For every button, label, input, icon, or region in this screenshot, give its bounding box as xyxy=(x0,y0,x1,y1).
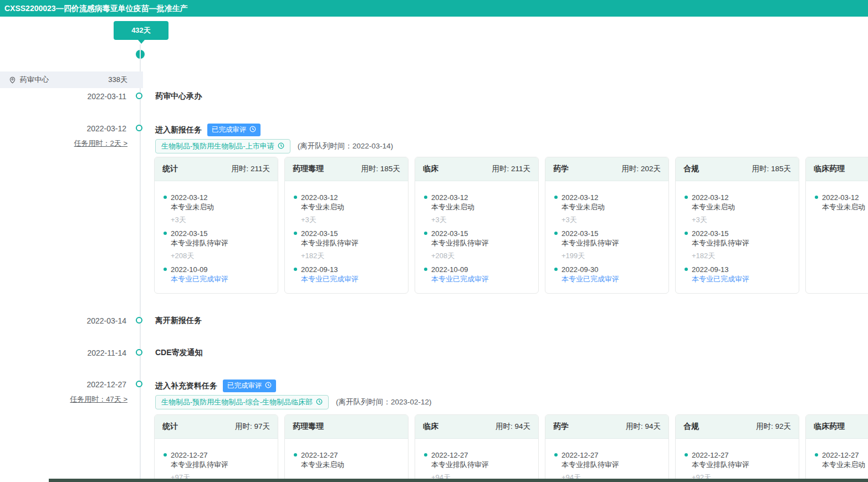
event-title: CDE寄发通知 xyxy=(155,348,203,358)
bullet-icon xyxy=(554,196,558,199)
bullet-icon xyxy=(685,453,688,457)
bullet-icon xyxy=(294,196,297,199)
bullet-icon xyxy=(685,232,688,235)
item-status[interactable]: 本专业已完成审评 xyxy=(171,274,270,284)
card-header: 合规 用时: 185天 xyxy=(676,157,799,181)
card-item-list: 2022-03-12 本专业未启动 +3天 2022-03-15 本专业排队待审… xyxy=(676,181,799,284)
bullet-icon xyxy=(294,268,297,271)
card-discipline-name: 临床 xyxy=(423,422,438,432)
item-status[interactable]: 本专业已完成审评 xyxy=(431,274,530,284)
card-duration: 用时: 94天 xyxy=(626,422,661,432)
card-discipline-name: 合规 xyxy=(683,422,699,432)
item-date: 2022-03-15 xyxy=(692,229,791,238)
item-status[interactable]: 本专业已完成审评 xyxy=(692,274,791,284)
item-status: 本专业未启动 xyxy=(301,202,400,212)
item-status: 本专业排队待审评 xyxy=(301,238,400,248)
bullet-icon xyxy=(554,268,558,271)
discipline-review-card: 药学 用时: 202天 2022-03-12 本专业未启动 +3天 2022-0… xyxy=(545,157,669,294)
bullet-icon xyxy=(424,196,427,199)
item-date: 2022-03-12 xyxy=(171,193,270,202)
elapsed-days-label: +208天 xyxy=(431,251,530,260)
event-date: 2022-12-27 xyxy=(44,380,126,389)
review-complete-badge[interactable]: 已完成审评 xyxy=(207,124,261,136)
item-date: 2022-12-27 xyxy=(301,450,400,460)
item-status: 本专业未启动 xyxy=(692,202,791,212)
item-status: 本专业未启动 xyxy=(822,460,868,469)
card-timeline-item: 2022-10-09 本专业已完成审评 xyxy=(164,265,270,284)
item-status: 本专业排队待审评 xyxy=(692,238,791,248)
item-date: 2022-12-27 xyxy=(431,450,530,460)
card-item-list: 2022-12-27 本专业排队待审评 +94天 xyxy=(545,439,668,482)
bullet-icon xyxy=(164,268,167,271)
card-duration: 用时: 92天 xyxy=(756,422,791,432)
card-duration: 用时: 211天 xyxy=(231,164,270,174)
clock-icon xyxy=(265,382,272,390)
bullet-icon xyxy=(815,453,818,457)
event-date: 2022-03-14 xyxy=(44,316,126,325)
queue-tag-button[interactable]: 生物制品-预防用生物制品-上市申请 xyxy=(155,139,290,153)
card-header: 统计 用时: 211天 xyxy=(155,157,278,181)
card-item-list: 2022-12-27 本专业排队待审评 +97天 xyxy=(155,439,278,482)
item-date: 2022-03-15 xyxy=(431,229,530,238)
card-timeline-item: 2022-12-27 本专业排队待审评 xyxy=(685,450,791,469)
bullet-icon xyxy=(164,196,167,199)
item-status[interactable]: 本专业已完成审评 xyxy=(561,274,661,284)
item-date: 2022-10-09 xyxy=(171,265,270,274)
elapsed-days-label: +3天 xyxy=(431,215,530,224)
elapsed-days-label: +3天 xyxy=(561,215,661,224)
card-timeline-item: 2022-12-27 本专业排队待审评 xyxy=(554,450,661,469)
card-header: 统计 用时: 97天 xyxy=(155,415,278,439)
queue-tag-button[interactable]: 生物制品-预防用生物制品-综合-生物制品临床部 xyxy=(155,395,329,409)
leave-queue-note: (离开队列时间：2022-03-14) xyxy=(298,141,394,151)
review-complete-badge[interactable]: 已完成审评 xyxy=(223,380,276,392)
card-header: 药理毒理 用时: 185天 xyxy=(285,157,408,181)
discipline-review-card: 合规 用时: 185天 2022-03-12 本专业未启动 +3天 2022-0… xyxy=(675,157,799,294)
item-date: 2022-03-15 xyxy=(301,229,400,238)
item-date: 2022-03-15 xyxy=(561,229,661,238)
card-timeline-item: 2022-12-27 本专业未启动 xyxy=(815,450,868,469)
item-date: 2022-09-13 xyxy=(301,265,400,274)
card-timeline-item: 2022-03-12 本专业未启动 xyxy=(685,193,791,212)
review-cards-row: 统计 用时: 211天 2022-03-12 本专业未启动 +3天 2022-0… xyxy=(154,157,868,294)
item-date: 2022-03-12 xyxy=(301,193,400,202)
timeline-spine xyxy=(140,44,141,482)
card-item-list: 2022-03-12 本专业未启动 +3天 2022-03-15 本专业排队待审… xyxy=(415,181,538,284)
item-status: 本专业未启动 xyxy=(171,202,270,212)
discipline-review-card: 临床 用时: 94天 2022-12-27 本专业排队待审评 +94天 xyxy=(415,414,539,482)
item-status[interactable]: 本专业已完成审评 xyxy=(301,274,400,284)
card-timeline-item: 2022-03-15 本专业排队待审评 xyxy=(424,229,530,248)
card-header: 临床药理 xyxy=(806,157,868,181)
card-header: 合规 用时: 92天 xyxy=(676,415,799,439)
bullet-icon xyxy=(424,268,427,271)
card-timeline-item: 2022-09-13 本专业已完成审评 xyxy=(685,265,791,284)
card-timeline-item: 2022-10-09 本专业已完成审评 xyxy=(424,265,530,284)
card-item-list: 2022-03-12 本专业未启动 +3天 2022-03-15 本专业排队待审… xyxy=(285,181,408,284)
card-header: 临床药理 xyxy=(806,415,868,439)
item-date: 2022-03-15 xyxy=(171,229,270,238)
item-status: 本专业未启动 xyxy=(561,202,661,212)
bullet-icon xyxy=(685,196,688,199)
discipline-review-card: 临床药理 2022-03-12 本专业未启动 xyxy=(805,157,868,294)
task-duration-link[interactable]: 任务用时：47天 > xyxy=(44,394,127,404)
card-header: 药学 用时: 202天 xyxy=(545,157,668,181)
horizontal-scrollbar-thumb[interactable] xyxy=(49,479,868,482)
card-timeline-item: 2022-12-27 本专业未启动 xyxy=(294,450,400,469)
elapsed-days-label: +182天 xyxy=(301,251,400,260)
item-date: 2022-12-27 xyxy=(561,450,661,460)
bullet-icon xyxy=(164,453,167,457)
item-status: 本专业排队待审评 xyxy=(171,238,270,248)
card-timeline-item: 2022-03-12 本专业未启动 xyxy=(164,193,270,212)
item-status: 本专业排队待审评 xyxy=(692,460,791,469)
elapsed-days-label: +199天 xyxy=(561,251,661,260)
card-duration: 用时: 97天 xyxy=(235,422,270,432)
card-item-list: 2022-12-27 本专业排队待审评 +94天 xyxy=(415,439,538,482)
card-timeline-item: 2022-03-12 本专业未启动 xyxy=(554,193,661,212)
discipline-review-card: 统计 用时: 211天 2022-03-12 本专业未启动 +3天 2022-0… xyxy=(154,157,278,294)
item-status: 本专业未启动 xyxy=(431,202,530,212)
discipline-review-card: 临床药理 2022-12-27 本专业未启动 xyxy=(805,414,868,482)
card-discipline-name: 临床药理 xyxy=(814,164,845,174)
elapsed-days-label: +182天 xyxy=(692,251,791,260)
task-duration-link[interactable]: 任务用时：2天 > xyxy=(44,139,127,148)
card-discipline-name: 药学 xyxy=(553,422,569,432)
card-timeline-item: 2022-03-12 本专业未启动 xyxy=(294,193,400,212)
